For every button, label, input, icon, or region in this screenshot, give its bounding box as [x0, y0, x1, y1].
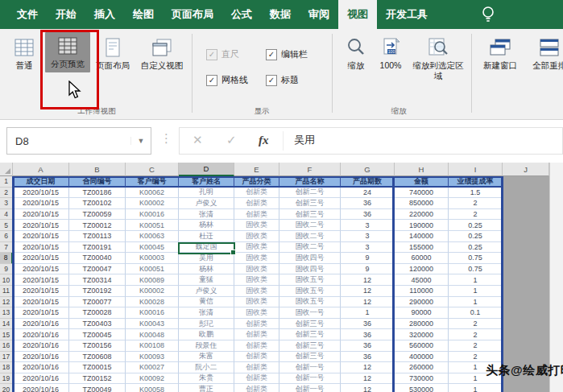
cell-B19[interactable]: TZ00152	[69, 373, 126, 385]
cell-C15[interactable]: K00048	[126, 329, 179, 340]
cell-E12[interactable]: 固收类	[234, 297, 279, 308]
cell-C13[interactable]: K00016	[126, 307, 179, 319]
cell-E14[interactable]: 创新类	[234, 319, 279, 330]
cell-H8[interactable]: 60000	[395, 253, 449, 264]
custom-views-button[interactable]: 自定义视图	[137, 34, 187, 71]
cell-C5[interactable]: K00051	[126, 220, 179, 231]
cell-D3[interactable]: 卢俊义	[179, 198, 234, 209]
cell-G1[interactable]: 产品期数	[341, 176, 395, 188]
cell-C8[interactable]: K00003	[126, 253, 179, 264]
tab-review[interactable]: 审阅	[300, 0, 338, 29]
cell-H14[interactable]: 280000	[395, 319, 449, 330]
column-header-F[interactable]: F	[279, 163, 341, 176]
row-header-9[interactable]: 9	[0, 264, 13, 275]
cell-A2[interactable]: 2020/10/15	[13, 188, 69, 199]
cell-B6[interactable]: TZ00113	[69, 231, 126, 242]
cell-E16[interactable]: 创新类	[234, 340, 279, 352]
cell-F11[interactable]: 固收五号	[279, 286, 341, 297]
cell-A6[interactable]: 2020/10/15	[13, 231, 69, 242]
cell-D7[interactable]: 魏定国	[179, 242, 234, 254]
cell-D6[interactable]: 杜迁	[179, 231, 234, 242]
cell-E1[interactable]: 产品分类	[234, 176, 279, 188]
cell-B4[interactable]: TZ00059	[69, 209, 126, 221]
cell-F19[interactable]: 创新一号	[279, 373, 341, 385]
arrange-all-button[interactable]: 全部重排	[525, 34, 563, 71]
cell-F10[interactable]: 固收五号	[279, 274, 341, 286]
cell-H7[interactable]: 155000	[395, 242, 449, 254]
cell-D10[interactable]: 童猛	[179, 274, 234, 286]
cell-B18[interactable]: TZ00015	[69, 362, 126, 373]
row-header-1[interactable]: 1	[0, 176, 13, 188]
cell-B3[interactable]: TZ00102	[69, 198, 126, 209]
cell-F9[interactable]: 固收四号	[279, 264, 341, 275]
cell-F8[interactable]: 固收四号	[279, 253, 341, 264]
cell-C12[interactable]: K00028	[126, 297, 179, 308]
cell-E7[interactable]: 固收类	[234, 242, 279, 254]
cell-B16[interactable]: TZ00156	[69, 340, 126, 352]
cell-F5[interactable]: 固收二号	[279, 220, 341, 231]
cell-E13[interactable]: 固收类	[234, 307, 279, 319]
column-header-H[interactable]: H	[395, 163, 449, 176]
cell-E15[interactable]: 创新类	[234, 329, 279, 340]
cell-A20[interactable]: 2020/10/16	[13, 384, 69, 392]
cell-C4[interactable]: K00016	[126, 209, 179, 221]
cell-B1[interactable]: 合同编号	[69, 176, 126, 188]
cell-A19[interactable]: 2020/10/16	[13, 373, 69, 385]
cell-C18[interactable]: K00027	[126, 362, 179, 373]
cell-B12[interactable]: TZ00077	[69, 297, 126, 308]
cell-E4[interactable]: 创新类	[234, 209, 279, 221]
cell-G14[interactable]: 36	[341, 319, 395, 330]
cell-B5[interactable]: TZ00012	[69, 220, 126, 231]
cell-B11[interactable]: TZ00192	[69, 286, 126, 297]
cell-I19[interactable]: 1	[449, 373, 503, 385]
cell-D12[interactable]: 黄信	[179, 297, 234, 308]
cell-H3[interactable]: 850000	[395, 198, 449, 209]
cell-A17[interactable]: 2020/10/16	[13, 352, 69, 363]
row-header-6[interactable]: 6	[0, 231, 13, 242]
cell-F20[interactable]: 创新一号	[279, 384, 341, 392]
cell-G2[interactable]: 24	[341, 188, 395, 199]
cell-F13[interactable]: 固收一号	[279, 307, 341, 319]
cell-B14[interactable]: TZ00403	[69, 319, 126, 330]
cell-C9[interactable]: K00051	[126, 264, 179, 275]
cell-F7[interactable]: 固收二号	[279, 242, 341, 254]
insert-function-icon[interactable]: fx	[259, 128, 269, 152]
new-window-button[interactable]: 新建窗口	[477, 34, 524, 71]
cell-I5[interactable]: 0.25	[449, 220, 503, 231]
cell-E3[interactable]: 创新类	[234, 198, 279, 209]
cell-H4[interactable]: 220000	[395, 209, 449, 221]
cell-G19[interactable]: 12	[341, 373, 395, 385]
enter-icon[interactable]: ✓	[226, 128, 237, 152]
cell-G3[interactable]: 36	[341, 198, 395, 209]
page-layout-view-button[interactable]: 页面布局	[90, 34, 135, 71]
checkbox-formula-bar[interactable]: ✓ 编辑栏	[266, 48, 308, 60]
row-header-19[interactable]: 19	[0, 373, 13, 385]
cancel-icon[interactable]: ✕	[192, 128, 203, 152]
cell-C14[interactable]: K00043	[126, 319, 179, 330]
zoom-button[interactable]: 缩放	[342, 34, 371, 71]
normal-view-button[interactable]: 普通	[6, 34, 42, 71]
cell-A5[interactable]: 2020/10/15	[13, 220, 69, 231]
cell-G8[interactable]: 9	[341, 253, 395, 264]
tab-file[interactable]: 文件	[8, 0, 47, 29]
row-header-17[interactable]: 17	[0, 352, 13, 363]
cell-E11[interactable]: 固收类	[234, 286, 279, 297]
cell-I6[interactable]: 0.25	[449, 231, 503, 242]
cell-C16[interactable]: K00108	[126, 340, 179, 352]
cell-A8[interactable]: 2020/10/15	[13, 253, 69, 264]
tab-formulas[interactable]: 公式	[222, 0, 261, 29]
column-header-G[interactable]: G	[341, 163, 395, 176]
cell-F18[interactable]: 创新一号	[279, 362, 341, 373]
cell-D17[interactable]: 朱富	[179, 352, 234, 363]
cell-D16[interactable]: 段景住	[179, 340, 234, 352]
vertical-scrollbar[interactable]	[549, 163, 563, 392]
column-header-D[interactable]: D	[179, 163, 234, 176]
cell-H5[interactable]: 190000	[395, 220, 449, 231]
tell-me-lightbulb-icon[interactable]	[478, 5, 498, 24]
cell-I17[interactable]: 2	[449, 352, 503, 363]
name-box-dropdown-icon[interactable]: ▼	[130, 137, 151, 145]
formula-bar-content[interactable]: 吴用	[294, 128, 315, 152]
cell-G6[interactable]: 3	[341, 231, 395, 242]
cell-E10[interactable]: 固收类	[234, 274, 279, 286]
cell-A13[interactable]: 2020/10/15	[13, 307, 69, 319]
